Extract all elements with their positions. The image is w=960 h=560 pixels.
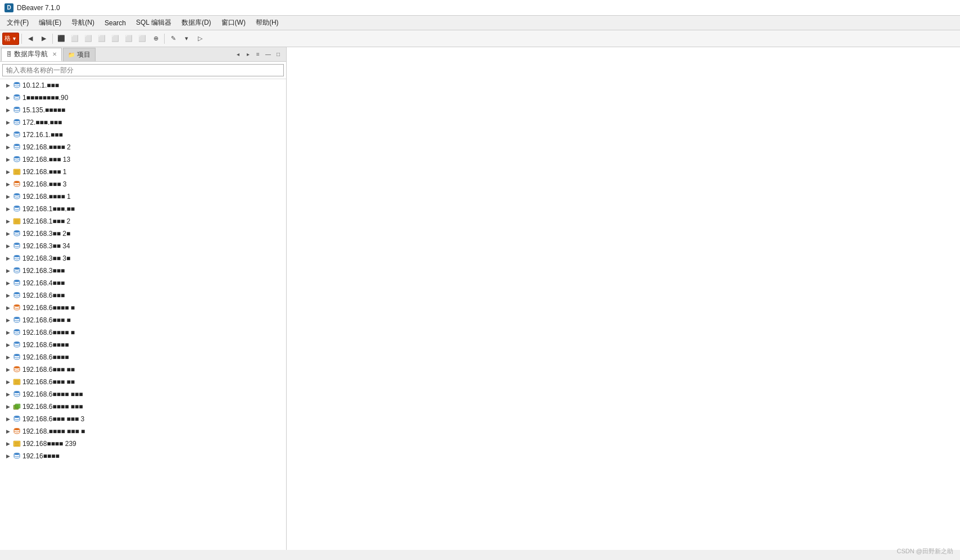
menu-window[interactable]: 窗口(W) — [217, 17, 250, 29]
toolbar-btn-1[interactable]: ⬛ — [55, 33, 67, 45]
toolbar-back-btn[interactable]: ◀ — [24, 33, 37, 45]
tree-item[interactable]: ▶ 192.168.3■■ 34 — [0, 240, 286, 252]
db-icon — [12, 229, 21, 238]
tree-item[interactable]: ▶ 192.168.6■■■ ■■■ 3 — [0, 413, 286, 425]
tab-project[interactable]: 📁 项目 — [63, 48, 96, 61]
toolbar-draw-btn[interactable]: ✎ — [167, 33, 179, 45]
tab-action-maximize[interactable]: □ — [274, 50, 283, 59]
tree-item[interactable]: ▶ 192.168.6■■■ ■ — [0, 314, 286, 326]
tree-item[interactable]: ▶ 172.16.1.■■■ — [0, 129, 286, 141]
chevron-icon: ▶ — [4, 230, 11, 237]
menu-nav[interactable]: 导航(N) — [67, 17, 99, 29]
tree-item[interactable]: ▶ 192.168.■■■ 3 — [0, 178, 286, 190]
toolbar-special-btn[interactable]: 格 ▼ — [2, 33, 19, 45]
tree-item-label: 1■■■■■■■■.90 — [22, 94, 286, 102]
toolbar-btn-2[interactable]: ⬜ — [69, 33, 81, 45]
menu-database[interactable]: 数据库(D) — [177, 17, 216, 29]
tree-item[interactable]: ▶ 192.168.6■■■ ■■ — [0, 376, 286, 388]
tree-item-label: 192.168.6■■■■ ■ — [22, 304, 286, 312]
svg-point-25 — [14, 317, 20, 319]
menu-help[interactable]: 帮助(H) — [251, 17, 283, 29]
tree-item[interactable]: ▶ 192.168.6■■■■ ■■■ — [0, 388, 286, 400]
tree-item-label: 192.168.■■■■ ■■■ ■ — [22, 427, 286, 435]
svg-point-26 — [14, 329, 20, 331]
menu-search[interactable]: Search — [100, 18, 130, 28]
tree-item[interactable]: ▶ 1■■■■■■■■.90 — [0, 92, 286, 104]
toolbar-separator-1 — [21, 34, 22, 44]
db-icon — [12, 81, 21, 90]
menu-bar: 文件(F) 编辑(E) 导航(N) Search SQL 编辑器 数据库(D) … — [0, 16, 960, 30]
tree-item[interactable]: ▶ 192.168.6■■■ ■■ — [0, 363, 286, 376]
chevron-icon: ▶ — [4, 131, 11, 138]
toolbar-btn-4[interactable]: ⬜ — [96, 33, 108, 45]
toolbar-btn-6[interactable]: ⬜ — [123, 33, 135, 45]
svg-point-18 — [14, 230, 20, 233]
db-icon — [12, 130, 21, 139]
tree-item[interactable]: ▶ 192.168.1■■■.■■ — [0, 203, 286, 215]
tree-item[interactable]: ▶ 192.168.■■■■ 2 — [0, 141, 286, 153]
tree-item[interactable]: ▶ 192.168.■■■■ 1 — [0, 190, 286, 203]
toolbar-btn-3[interactable]: ⬜ — [82, 33, 94, 45]
tab-action-nav-left[interactable]: ◂ — [233, 50, 242, 59]
tree-item[interactable]: ▶ 192.168.3■■ 2■ — [0, 227, 286, 240]
db-icon-orange — [12, 303, 21, 312]
tree-item[interactable]: ▶ 192.168.6■■■■ ■■■ — [0, 400, 286, 413]
tree-item[interactable]: ▶ 192.168.4■■■ — [0, 277, 286, 289]
tab-project-label: 项目 — [77, 50, 90, 60]
svg-point-20 — [14, 255, 20, 257]
tree-item-label: 192.168.6■■■ ■■ — [22, 366, 286, 374]
tree-item[interactable]: ▶ 192.168.3■■■ — [0, 265, 286, 277]
db-icon — [12, 328, 21, 337]
project-icon: 📁 — [68, 52, 75, 58]
chevron-icon: ▶ — [4, 453, 11, 459]
tree-item-label: 192.168.6■■■■ ■■■ — [22, 403, 286, 411]
tree-item[interactable]: ▶ 192.168.3■■ 3■ — [0, 252, 286, 265]
tree-item[interactable]: ▶ 192.168.■■■■ ■■■ ■ — [0, 425, 286, 438]
tree-item[interactable]: ▶ 172.■■■.■■■ — [0, 116, 286, 129]
tab-action-nav-right[interactable]: ▸ — [243, 50, 252, 59]
app-icon: D — [4, 3, 13, 12]
tree-item[interactable]: ▶ 192.168.■■■ 1 — [0, 166, 286, 178]
tab-action-menu[interactable]: ≡ — [253, 50, 262, 59]
toolbar-btn-8[interactable]: ⊕ — [150, 33, 162, 45]
chevron-icon: ▶ — [4, 366, 11, 373]
tree-item[interactable]: ▶ 192.168■■■■ 239 — [0, 438, 286, 450]
tree-item-label: 192.168.4■■■ — [22, 279, 286, 287]
db-icon — [12, 340, 21, 349]
db-icon — [12, 415, 21, 424]
db-icon — [12, 254, 21, 263]
toolbar-btn-5[interactable]: ⬜ — [109, 33, 121, 45]
tree-item[interactable]: ▶ 10.12.1.■■■ — [0, 79, 286, 92]
chevron-icon: ▶ — [4, 119, 11, 126]
toolbar-dropdown-btn[interactable]: ▾ — [180, 33, 193, 45]
tree-item-label: 192.168.6■■■ ■■ — [22, 378, 286, 386]
tree-item[interactable]: ▶ 15.135.■■■■■ — [0, 104, 286, 116]
svg-rect-31 — [15, 380, 19, 381]
menu-file[interactable]: 文件(F) — [2, 17, 33, 29]
tab-action-minimize[interactable]: — — [264, 50, 273, 59]
chevron-icon: ▶ — [4, 218, 11, 225]
chevron-icon: ▶ — [4, 292, 11, 299]
main-content: 🗄 数据库导航 ✕ 📁 项目 ◂ ▸ ≡ — □ ▶ — [0, 47, 960, 550]
tree-item[interactable]: ▶ 192.168.6■■■■ — [0, 339, 286, 351]
db-icon-orange — [12, 180, 21, 189]
svg-rect-41 — [15, 444, 19, 445]
tree-item[interactable]: ▶ 192.168.■■■ 13 — [0, 153, 286, 166]
toolbar-forward-btn[interactable]: ▶ — [38, 33, 50, 45]
menu-sql[interactable]: SQL 编辑器 — [132, 17, 176, 29]
table-search-input[interactable] — [2, 64, 284, 76]
menu-edit[interactable]: 编辑(E) — [34, 17, 66, 29]
tree-item[interactable]: ▶ 192.168.6■■■■ — [0, 351, 286, 363]
tree-item[interactable]: ▶ 192.168.6■■■ — [0, 289, 286, 302]
db-icon — [12, 353, 21, 362]
svg-point-27 — [14, 342, 20, 344]
tree-item[interactable]: ▶ 192.16■■■■ — [0, 450, 286, 462]
tab-db-navigator[interactable]: 🗄 数据库导航 ✕ — [1, 48, 62, 61]
tree-item[interactable]: ▶ 192.168.1■■■ 2 — [0, 215, 286, 227]
tree-container[interactable]: ▶ 10.12.1.■■■ ▶ 1■■■■■■■■.90 ▶ 15.135.■■… — [0, 79, 286, 550]
tab-db-navigator-close[interactable]: ✕ — [52, 51, 57, 57]
toolbar-run-btn[interactable]: ▷ — [194, 33, 206, 45]
tree-item[interactable]: ▶ 192.168.6■■■■ ■ — [0, 302, 286, 314]
toolbar-btn-7[interactable]: ⬜ — [136, 33, 148, 45]
tree-item[interactable]: ▶ 192.168.6■■■■ ■ — [0, 326, 286, 339]
